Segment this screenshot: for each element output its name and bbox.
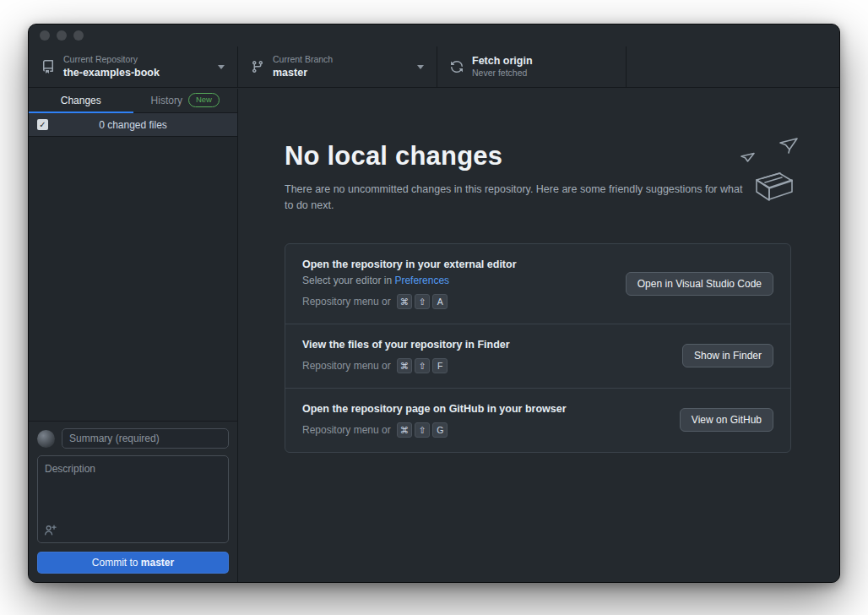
traffic-lights <box>40 30 84 41</box>
cmd-key: ⌘ <box>397 422 413 438</box>
page-subtitle: There are no uncommitted changes in this… <box>285 182 745 215</box>
cmd-key: ⌘ <box>397 358 413 373</box>
shift-key: ⇧ <box>415 358 430 373</box>
commit-button-prefix: Commit to <box>92 557 141 569</box>
suggestion-title: Open the repository in your external edi… <box>302 259 517 270</box>
letter-key: G <box>432 422 448 438</box>
new-badge: New <box>188 93 220 106</box>
branch-selector-label: Current Branch <box>273 54 333 66</box>
summary-input[interactable] <box>62 428 229 449</box>
branch-icon <box>251 60 264 73</box>
letter-key: A <box>432 294 448 309</box>
preferences-link[interactable]: Preferences <box>394 275 449 286</box>
minimize-button[interactable] <box>57 30 67 41</box>
sidebar: Changes History New 0 changed files <box>29 89 238 582</box>
titlebar <box>29 24 839 46</box>
tab-history[interactable]: History New <box>133 89 238 113</box>
repo-selector-value: the-examples-book <box>63 66 160 79</box>
suggestion-line2: Select your editor in <box>302 275 394 286</box>
commit-area: Commit to master <box>29 421 237 582</box>
shift-key: ⇧ <box>415 294 430 309</box>
select-all-checkbox[interactable] <box>37 119 48 130</box>
open-in-editor-button[interactable]: Open in Visual Studio Code <box>626 272 773 296</box>
branch-selector-value: master <box>273 66 333 79</box>
sync-icon <box>450 60 464 73</box>
repo-selector-label: Current Repository <box>63 54 160 66</box>
suggestion-open-editor: Open the repository in your external edi… <box>285 244 790 324</box>
main-content: No local changes There are no uncommitte… <box>238 89 839 582</box>
add-coauthor-icon[interactable] <box>44 524 57 536</box>
close-button[interactable] <box>40 30 50 41</box>
view-on-github-button[interactable]: View on GitHub <box>680 408 773 432</box>
letter-key: F <box>432 358 448 373</box>
suggestion-view-github: Open the repository page on GitHub in yo… <box>285 389 790 452</box>
file-list <box>29 137 237 421</box>
fetch-origin-label: Fetch origin <box>472 54 533 68</box>
chevron-down-icon <box>218 65 225 69</box>
fetch-origin-status: Never fetched <box>472 68 533 79</box>
shortcut-text: Repository menu or <box>302 360 391 372</box>
avatar <box>37 430 55 448</box>
commit-button-branch: master <box>141 557 174 569</box>
paper-airplane-illustration <box>709 136 804 214</box>
branch-selector[interactable]: Current Branch master <box>238 46 437 87</box>
sidebar-tabs: Changes History New <box>29 89 237 113</box>
app-window: Current Repository the-examples-book Cur… <box>28 24 840 583</box>
show-in-finder-button[interactable]: Show in Finder <box>682 344 773 367</box>
repository-selector[interactable]: Current Repository the-examples-book <box>29 46 238 87</box>
changed-files-summary: 0 changed files <box>99 119 167 131</box>
fetch-origin-button[interactable]: Fetch origin Never fetched <box>437 46 627 87</box>
repo-icon <box>41 60 55 73</box>
commit-button[interactable]: Commit to master <box>37 552 229 574</box>
shift-key: ⇧ <box>415 422 430 438</box>
changed-files-header: 0 changed files <box>29 113 237 137</box>
toolbar: Current Repository the-examples-book Cur… <box>29 46 839 88</box>
suggestion-title: View the files of your repository in Fin… <box>302 339 510 351</box>
chevron-down-icon <box>417 65 424 69</box>
suggestion-title: Open the repository page on GitHub in yo… <box>302 403 567 415</box>
tab-changes-label: Changes <box>61 95 101 106</box>
description-input[interactable] <box>37 455 229 543</box>
tab-changes[interactable]: Changes <box>29 89 133 113</box>
cmd-key: ⌘ <box>397 294 413 309</box>
shortcut-text: Repository menu or <box>302 424 391 436</box>
shortcut-text: Repository menu or <box>302 296 391 308</box>
zoom-button[interactable] <box>73 30 84 41</box>
tab-history-label: History <box>151 95 182 106</box>
suggestions-card: Open the repository in your external edi… <box>285 243 791 453</box>
suggestion-show-finder: View the files of your repository in Fin… <box>285 324 790 389</box>
